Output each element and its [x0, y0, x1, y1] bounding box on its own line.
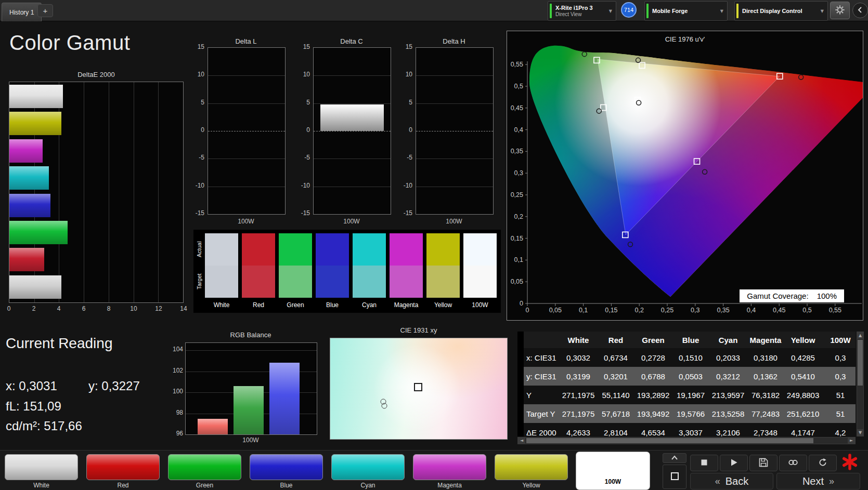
- bottom-swatch-white[interactable]: White: [5, 454, 78, 489]
- cie-x-tick-label: 0,45: [773, 307, 785, 314]
- collapse-panel-button[interactable]: [852, 3, 868, 18]
- table-header-cell: Cyan: [709, 336, 747, 345]
- swatch-tile: [250, 454, 323, 480]
- cie1931-chart: CIE 1931 xy: [330, 326, 508, 440]
- delta-y-tick-label: 0: [394, 126, 412, 134]
- bottom-swatch-red[interactable]: Red: [86, 454, 160, 489]
- delta-y-tick-label: 10: [394, 71, 412, 78]
- cie1976-diagram: 00,050,10,150,20,250,30,350,40,450,50,55…: [507, 31, 863, 320]
- swatch-column-label: Yellow: [426, 301, 460, 309]
- calibration-marker-button[interactable]: [839, 454, 861, 472]
- scroll-down-icon[interactable]: ▼: [857, 429, 863, 436]
- horizontal-scroll-thumb[interactable]: [526, 438, 813, 443]
- table-row[interactable]: ΔE 20004,26332,81044,65343,30373,21062,7…: [517, 423, 856, 436]
- bottom-swatch-blue[interactable]: Blue: [250, 454, 323, 489]
- target-swatch-red: [242, 266, 275, 298]
- swatch-row-label: Target: [195, 266, 203, 298]
- deltae-x-tick-label: 6: [82, 305, 86, 312]
- delta-gridline: [208, 131, 285, 131]
- table-vertical-scrollbar[interactable]: ▲ ▼: [857, 332, 864, 436]
- current-reading-luminance: cd/m²: 517,66: [6, 419, 82, 433]
- bottom-swatch-cyan[interactable]: Cyan: [331, 454, 405, 489]
- delta-y-tick-label: -15: [186, 209, 204, 217]
- results-table: WhiteRedGreenBlueCyanMagentaYellow100Wx:…: [517, 332, 856, 436]
- delta-x-label: 100W: [416, 218, 493, 225]
- table-row[interactable]: Y271,197555,1140193,289219,1967213,95977…: [517, 386, 856, 404]
- actual-swatch-100w: [463, 233, 497, 266]
- scroll-right-icon[interactable]: ►: [848, 438, 855, 444]
- current-reading-fl: fL: 151,09: [6, 399, 61, 414]
- rgb-bar-blue: [269, 363, 300, 434]
- deltae-bar-red: [9, 248, 44, 271]
- save-button[interactable]: [749, 455, 778, 471]
- table-horizontal-scrollbar[interactable]: ◄ ►: [517, 437, 856, 444]
- refresh-button[interactable]: [809, 455, 837, 471]
- table-cell: 0,1510: [672, 353, 709, 362]
- deltae-plot: [9, 82, 184, 303]
- display-control-dropdown[interactable]: Direct Display Control ▼: [734, 1, 828, 21]
- next-button[interactable]: Next »: [776, 473, 860, 489]
- bottom-swatch-magenta[interactable]: Magenta: [413, 454, 486, 489]
- cie-y-tick-label: 0,2: [514, 213, 523, 220]
- swatch-tile: [168, 454, 241, 480]
- swatch-tile: [576, 452, 650, 478]
- delta-gridline: [314, 103, 391, 104]
- target-swatch-green: [279, 266, 312, 298]
- table-row[interactable]: Target Y271,197557,6718193,949219,576621…: [517, 404, 856, 423]
- table-row[interactable]: y: CIE310,31990,32010,67880,05030,32120,…: [517, 367, 856, 386]
- pattern-window-button[interactable]: [663, 465, 686, 489]
- table-cell: 0,5410: [784, 372, 822, 381]
- deltae-x-tick-label: 14: [180, 305, 187, 312]
- calibration-app: History 1 + X-Rite i1Pro 3 Direct View ▼…: [0, 0, 868, 490]
- rgb-y-tick-label: 100: [166, 388, 183, 395]
- scroll-left-icon[interactable]: ◄: [518, 438, 525, 444]
- vertical-scroll-thumb[interactable]: [858, 340, 863, 386]
- double-chevron-left-icon: «: [715, 476, 720, 487]
- table-row[interactable]: x: CIE310,30320,67340,27280,15100,20330,…: [517, 348, 856, 367]
- table-cell: 213,5258: [709, 409, 747, 418]
- target-swatch-cyan: [353, 266, 386, 298]
- settings-button[interactable]: [830, 2, 850, 19]
- table-cell: 4,2: [822, 428, 856, 437]
- table-cell: 19,1967: [672, 391, 709, 400]
- add-tab-button[interactable]: +: [37, 4, 53, 17]
- meter-dropdown[interactable]: X-Rite i1Pro 3 Direct View ▼: [548, 1, 616, 21]
- table-header-row: WhiteRedGreenBlueCyanMagentaYellow100W: [517, 332, 856, 348]
- swatch-column-label: 100W: [463, 301, 497, 309]
- pattern-window-expand-button[interactable]: [663, 453, 686, 463]
- bottom-bar: WhiteRedGreenBlueCyanMagentaYellow100W: [0, 450, 868, 490]
- delta-panel-delta-l: Delta L151050-5-10-15100W: [186, 35, 286, 229]
- stop-button[interactable]: [690, 455, 718, 471]
- table-gutter: [517, 386, 524, 404]
- table-row-label: Target Y: [524, 409, 560, 418]
- meter-mode-label: Direct View: [555, 11, 605, 18]
- delta-y-tick-label: 15: [291, 43, 310, 50]
- bottom-swatch-green[interactable]: Green: [168, 454, 241, 489]
- plus-icon: +: [43, 6, 48, 15]
- rgb-bar-red: [198, 419, 228, 434]
- bottom-swatch-100w[interactable]: 100W: [576, 452, 650, 489]
- display-control-label: Direct Display Control: [742, 8, 817, 15]
- chevron-down-icon: ▼: [605, 9, 616, 14]
- link-icon: [788, 458, 798, 469]
- history-tab[interactable]: History 1: [2, 3, 42, 21]
- delta-gridline: [314, 158, 391, 159]
- cie-y-tick-label: 0,4: [514, 126, 523, 134]
- results-table-inner: WhiteRedGreenBlueCyanMagentaYellow100Wx:…: [517, 332, 856, 436]
- gamut-coverage-value: 100%: [817, 292, 837, 300]
- gamut-coverage-label: Gamut Coverage:: [747, 292, 808, 300]
- actual-swatch-white: [205, 233, 238, 266]
- badge-value: 714: [624, 7, 633, 13]
- link-button[interactable]: [779, 455, 807, 471]
- rgb-gridline: [186, 350, 317, 351]
- table-cell: 193,2892: [634, 391, 672, 400]
- deltae-bar-blue: [9, 194, 50, 217]
- source-dropdown[interactable]: Mobile Forge ▼: [644, 1, 728, 21]
- table-cell: 0,6734: [597, 353, 634, 362]
- bottom-swatch-yellow[interactable]: Yellow: [495, 454, 568, 489]
- table-cell: 249,8803: [784, 391, 822, 400]
- table-cell: 0,1362: [747, 372, 784, 381]
- back-button[interactable]: « Back: [690, 473, 773, 489]
- play-button[interactable]: [720, 455, 748, 471]
- scroll-up-icon[interactable]: ▲: [857, 332, 863, 339]
